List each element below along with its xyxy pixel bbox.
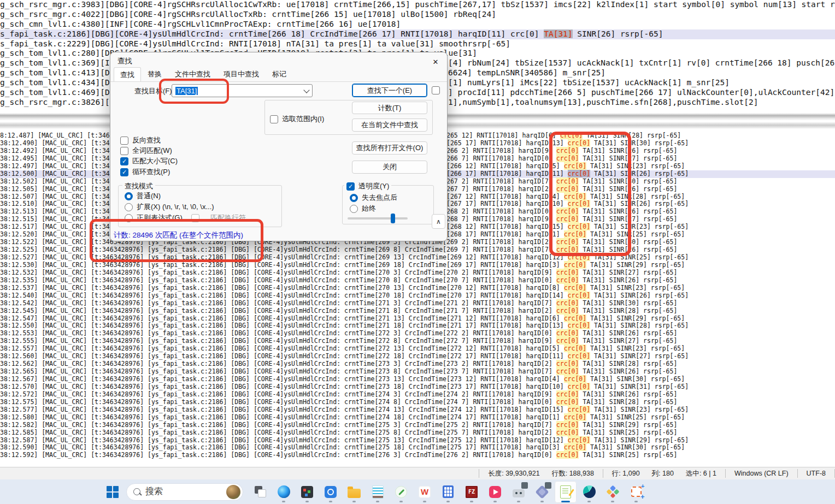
log-line[interactable]: 38:12.577] [MAC_UL_CRC] [t:3463428976] [… bbox=[0, 406, 835, 414]
collapse-dialog-button[interactable]: ∧ bbox=[432, 214, 445, 229]
notes-app-button[interactable] bbox=[367, 481, 389, 503]
log-line[interactable]: 38:12.547] [MAC_UL_CRC] [t:3463428976] [… bbox=[0, 315, 835, 323]
log-line[interactable]: 38:12.530] [MAC_UL_CRC] [t:3463428976] [… bbox=[0, 262, 835, 269]
puzzle-app-button[interactable] bbox=[531, 481, 553, 503]
match-case-checkbox[interactable]: 匹配大小写(C) bbox=[120, 156, 178, 166]
log-line[interactable]: s_fapi_task.c:2186][DBG][CORE-4]ysUlmHdl… bbox=[0, 29, 835, 39]
wps-office-button[interactable]: W bbox=[414, 481, 436, 503]
radio[interactable] bbox=[125, 203, 133, 211]
close-button[interactable]: 关闭 bbox=[352, 161, 427, 174]
log-line[interactable]: 38:12.557] [MAC_UL_CRC] [t:3463428976] [… bbox=[0, 345, 835, 353]
find-dialog-tab-4[interactable]: 标记 bbox=[266, 67, 293, 81]
checkbox-box[interactable] bbox=[432, 86, 440, 94]
checkbox-box-checked[interactable] bbox=[120, 157, 128, 165]
backward-checkbox[interactable]: 反向查找 bbox=[120, 135, 161, 145]
transparency-checkbox[interactable]: 透明度(Y) bbox=[344, 181, 391, 191]
find-dialog-tab-1[interactable]: 替换 bbox=[141, 67, 168, 81]
find-what-input[interactable]: TA[31] bbox=[172, 84, 313, 97]
find-in-current-file-button[interactable]: 在当前文件中查找 bbox=[352, 118, 427, 132]
file-explorer-button[interactable] bbox=[343, 481, 365, 503]
crc-mark-highlight: crc[0] bbox=[556, 421, 579, 429]
log-line[interactable]: g_sch_cmn_lvl1.c:4380][INF][CORE-4]rgSCH… bbox=[0, 20, 835, 29]
find-dialog-tab-0[interactable]: 查找 bbox=[114, 67, 141, 82]
in-selection-checkbox[interactable]: 选取范围内(I) bbox=[270, 114, 324, 124]
color-grid-app-button[interactable] bbox=[602, 481, 624, 503]
slider-thumb[interactable] bbox=[391, 214, 395, 223]
whole-word-checkbox[interactable]: 全词匹配(W) bbox=[120, 146, 172, 156]
log-line[interactable]: 38:12.542] [MAC_UL_CRC] [t:3463428976] [… bbox=[0, 300, 835, 307]
log-line[interactable]: 38:12.525] [MAC_UL_CRC] [t:3463428976] [… bbox=[0, 246, 835, 254]
terminal-app-button[interactable] bbox=[296, 481, 318, 503]
media-player-button[interactable] bbox=[484, 481, 506, 503]
log-line[interactable]: 38:12.567] [MAC_UL_CRC] [t:3463428976] [… bbox=[0, 376, 835, 383]
log-line[interactable]: 38:12.550] [MAC_UL_CRC] [t:3463428976] [… bbox=[0, 322, 835, 330]
task-view-button[interactable] bbox=[249, 481, 271, 503]
close-icon[interactable]: ✕ bbox=[428, 55, 443, 68]
log-line[interactable]: 38:12.537] [MAC_UL_CRC] [t:3463428976] [… bbox=[0, 284, 835, 292]
transparency-always-radio[interactable]: 始终 bbox=[350, 204, 376, 214]
mode-regex-radio[interactable]: 正则表达式(G) bbox=[125, 213, 183, 223]
calculator-app-button[interactable] bbox=[437, 481, 459, 503]
transparency-on-focus-radio[interactable]: 失去焦点后 bbox=[350, 193, 397, 203]
log-line[interactable]: 38:12.545] [MAC_UL_CRC] [t:3463428976] [… bbox=[0, 307, 835, 315]
snip-tool-button[interactable] bbox=[625, 481, 647, 503]
log-line[interactable]: 38:12.535] [MAC_UL_CRC] [t:3463428976] [… bbox=[0, 277, 835, 284]
search-placeholder: 搜索 bbox=[145, 486, 163, 497]
chevron-down-icon[interactable] bbox=[303, 87, 309, 93]
start-button[interactable] bbox=[102, 481, 124, 503]
log-line[interactable]: s_fapi_task.c:2229][DBG][CORE-4]ysUlmHdl… bbox=[0, 39, 835, 49]
log-line[interactable]: 38:12.590] [MAC_UL_CRC] [t:3463428976] [… bbox=[0, 444, 835, 452]
log-line[interactable]: 38:12.580] [MAC_UL_CRC] [t:3463428976] [… bbox=[0, 414, 835, 422]
bird-icon bbox=[583, 485, 596, 498]
log-line[interactable]: 38:12.570] [MAC_UL_CRC] [t:3463428976] [… bbox=[0, 383, 835, 391]
log-line[interactable]: 38:12.582] [MAC_UL_CRC] [t:3463428976] [… bbox=[0, 422, 835, 429]
mode-extended-radio[interactable]: 扩展(X) (\n, \r, \t, \0, \x...) bbox=[125, 202, 214, 212]
log-line[interactable]: 38:12.565] [MAC_UL_CRC] [t:3463428976] [… bbox=[0, 368, 835, 376]
log-line[interactable]: 38:12.562] [MAC_UL_CRC] [t:3463428976] [… bbox=[0, 360, 835, 368]
log-line[interactable]: g_sch_rsrc_mgr.c:3983][DBG][CORE-4]rgSCH… bbox=[0, 0, 835, 10]
log-line[interactable]: 38:12.592] [MAC_UL_CRC] [t:3463428976] [… bbox=[0, 452, 835, 459]
radio[interactable] bbox=[350, 205, 358, 213]
robot-app-button[interactable] bbox=[508, 481, 530, 503]
edge-browser-button[interactable] bbox=[273, 481, 295, 503]
find-all-open-files-button[interactable]: 查找所有打开文件(O) bbox=[352, 141, 427, 155]
radio-selected[interactable] bbox=[350, 194, 358, 202]
search-highlight-image[interactable] bbox=[226, 485, 240, 499]
log-line[interactable]: 38:12.555] [MAC_UL_CRC] [t:3463428976] [… bbox=[0, 337, 835, 345]
radio-selected[interactable] bbox=[125, 192, 133, 200]
log-line[interactable]: 38:12.585] [MAC_UL_CRC] [t:3463428976] [… bbox=[0, 429, 835, 437]
radio[interactable] bbox=[125, 214, 133, 222]
log-line[interactable]: 38:12.575] [MAC_UL_CRC] [t:3463428976] [… bbox=[0, 399, 835, 406]
log-line[interactable]: 38:12.560] [MAC_UL_CRC] [t:3463428976] [… bbox=[0, 353, 835, 360]
find-dialog-tab-3[interactable]: 项目中查找 bbox=[217, 67, 266, 81]
log-line[interactable]: 38:12.572] [MAC_UL_CRC] [t:3463428976] [… bbox=[0, 391, 835, 399]
pen-app-button[interactable] bbox=[390, 481, 412, 503]
browser-bird-app-button[interactable] bbox=[578, 481, 600, 503]
log-line[interactable]: 38:12.553] [MAC_UL_CRC] [t:3463428976] [… bbox=[0, 330, 835, 337]
wrap-around-checkbox[interactable]: 循环查找(P) bbox=[120, 167, 170, 177]
crc-mark-highlight: crc[0] bbox=[564, 443, 587, 451]
log-line[interactable]: 38:12.587] [MAC_UL_CRC] [t:3463428976] [… bbox=[0, 437, 835, 444]
filezilla-button[interactable]: FZ bbox=[461, 481, 483, 503]
transparency-slider[interactable] bbox=[348, 217, 408, 220]
checkbox-box-checked[interactable] bbox=[120, 168, 128, 176]
checkbox-box[interactable] bbox=[270, 115, 278, 123]
checkbox-box-checked[interactable] bbox=[346, 182, 355, 191]
window-overlay-badge bbox=[521, 482, 528, 489]
count-button[interactable]: 计数(T) bbox=[352, 102, 427, 114]
find-next-button[interactable]: 查找下一个(E) bbox=[352, 84, 427, 97]
taskbar-search[interactable]: 搜索 bbox=[126, 483, 243, 501]
log-line[interactable]: g_sch_rsrc_mgr.c:4022][DBG][CORE-4]rgSCH… bbox=[0, 10, 835, 20]
status-eol: Windows (CR LF) bbox=[734, 470, 789, 477]
mode-normal-radio[interactable]: 普通(N) bbox=[125, 191, 161, 201]
swap-direction-checkbox[interactable] bbox=[432, 86, 440, 94]
checkbox-box[interactable] bbox=[120, 137, 128, 145]
dot-matches-newline-checkbox[interactable]: ．匹配换行符 bbox=[191, 213, 246, 223]
log-line[interactable]: 38:12.527] [MAC_UL_CRC] [t:3463428976] [… bbox=[0, 254, 835, 262]
find-dialog-tab-2[interactable]: 文件中查找 bbox=[168, 67, 217, 81]
log-line[interactable]: 38:12.532] [MAC_UL_CRC] [t:3463428976] [… bbox=[0, 269, 835, 277]
checkbox-box[interactable] bbox=[120, 147, 128, 155]
log-line[interactable]: 38:12.540] [MAC_UL_CRC] [t:3463428976] [… bbox=[0, 292, 835, 300]
notepad-plus-plus-button[interactable] bbox=[555, 481, 577, 503]
remote-app-button[interactable] bbox=[320, 481, 342, 503]
